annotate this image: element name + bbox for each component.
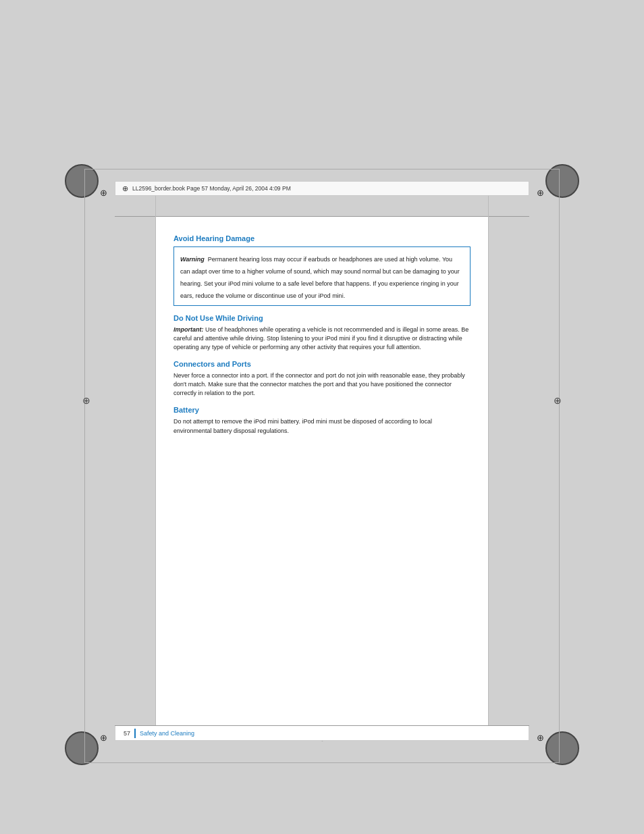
mid-cross-left-icon: ⊕ [82,394,90,406]
crosshair-bottom-left-icon: ⊕ [100,733,107,744]
page-footer: 57 Safety and Cleaning [115,726,529,741]
crosshair-bottom-right-icon: ⊕ [537,733,544,744]
section-battery: Battery Do not attempt to remove the iPo… [173,406,471,435]
right-vertical-rule [488,196,489,741]
file-info-text: LL2596_border.book Page 57 Monday, April… [132,185,291,192]
content-area: Avoid Hearing Damage Warning Permanent h… [156,217,488,725]
crosshair-file-icon: ⊕ [122,184,128,193]
section-connectors: Connectors and Ports Never force a conne… [173,360,471,398]
heading-battery: Battery [173,406,471,414]
footer-divider [134,729,136,738]
heading-avoid-hearing-damage: Avoid Hearing Damage [173,234,471,242]
warning-body: Permanent hearing loss may occur if earb… [180,256,460,299]
heading-connectors: Connectors and Ports [173,360,471,368]
heading-do-not-drive: Do Not Use While Driving [173,314,471,322]
footer-section-label: Safety and Cleaning [140,730,194,737]
crosshair-top-left-icon: ⊕ [100,188,107,199]
section-do-not-drive: Do Not Use While Driving Important: Use … [173,314,471,352]
section-avoid-hearing-damage: Avoid Hearing Damage Warning Permanent h… [173,234,471,306]
important-body: Use of headphones while operating a vehi… [173,326,468,350]
warning-label: Warning [180,256,205,263]
page-number: 57 [124,730,130,737]
mid-cross-right-icon: ⊕ [554,394,562,406]
file-info-bar: ⊕ LL2596_border.book Page 57 Monday, Apr… [115,181,529,196]
crosshair-top-right-icon: ⊕ [537,188,544,199]
body-do-not-drive: Important: Use of headphones while opera… [173,325,471,352]
warning-text: Warning Permanent hearing loss may occur… [180,256,460,299]
warning-box: Warning Permanent hearing loss may occur… [173,246,471,306]
body-battery: Do not attempt to remove the iPod mini b… [173,417,471,435]
body-connectors: Never force a connector into a port. If … [173,371,471,398]
important-label: Important: [173,326,204,333]
